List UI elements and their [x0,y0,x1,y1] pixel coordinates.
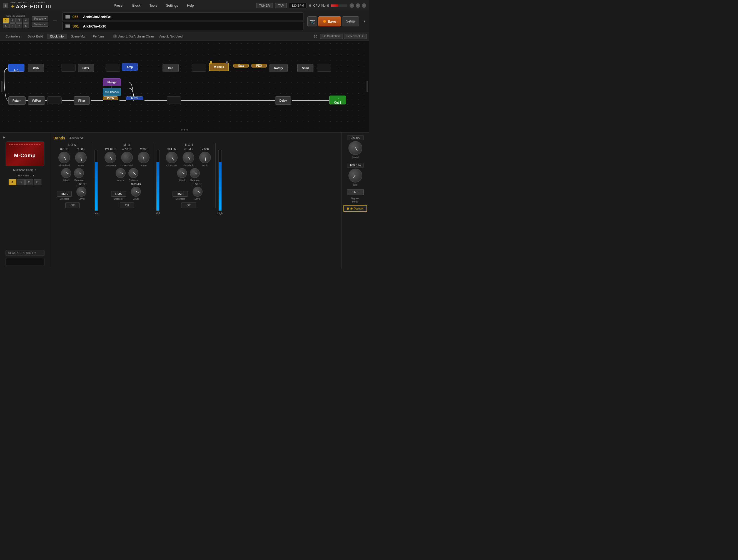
block-library-input[interactable] [6,258,44,266]
block-mcomp[interactable]: I M-Comp 0 [209,63,229,71]
right-level-knob[interactable] [348,141,362,155]
menu-block[interactable]: Block [130,2,142,9]
high-crossover-knob[interactable] [166,152,177,163]
block-gate[interactable]: Gate [234,64,249,67]
mid-attack-knob[interactable] [115,168,125,178]
menu-tools[interactable]: Tools [147,2,159,9]
scene-btn-6[interactable]: 6 [9,23,16,28]
scene-btn-3[interactable]: 3 [16,18,22,23]
high-ratio-label: Ratio [202,164,208,167]
presets-dropdown[interactable]: Presets ▾ [32,16,48,21]
channel-a-btn[interactable]: A [9,179,16,185]
menu-settings[interactable]: Settings [164,2,179,9]
low-release-knob[interactable] [74,168,84,178]
mid-vu-bar [156,150,159,211]
menu-help[interactable]: Help [185,2,196,9]
preset-row-scene[interactable]: S01 ArchCln-4x10 [62,22,304,30]
tuner-button[interactable]: TUNER [256,3,273,8]
signal-lines [0,41,369,132]
low-release-label: Release [74,179,84,182]
block-return[interactable]: Return [8,96,26,105]
tab-scenemgr[interactable]: Scene Mgr [67,34,89,39]
channel-b-btn[interactable]: B [17,179,25,185]
scene-btn-8[interactable]: 8 [23,23,29,28]
block-flange[interactable]: Flange [103,78,121,86]
camera-button[interactable]: 📷 [307,16,317,26]
block-cab[interactable]: Cab [162,64,179,72]
pause-button[interactable]: ⏸ [3,3,8,8]
mid-level-knob[interactable] [131,187,141,197]
menu-preset[interactable]: Preset [112,2,125,9]
high-level-knob[interactable] [193,187,203,197]
bands-row: LOW 0.0 dB Threshold 2.000 Ratio [53,143,338,215]
low-attack-knob[interactable] [61,168,71,178]
block-mixer[interactable]: Mixer [126,96,143,100]
mid-off-btn[interactable]: Off [120,202,134,208]
thru-button[interactable]: Thru [347,189,364,195]
fc-controllers-btn[interactable]: FC Controllers [320,34,343,39]
block-in1[interactable]: → In 1 [8,64,24,72]
high-attack-knob[interactable] [177,168,187,178]
mid-level-label: Level [133,197,139,200]
scene-btn-2[interactable]: 2 [9,18,16,23]
tap-button[interactable]: TAP [275,3,287,8]
high-detector-btn[interactable]: RMS [172,191,188,197]
high-release-knob[interactable] [190,168,200,178]
block-rotary[interactable]: Rotary [270,64,288,72]
block-filter-1[interactable]: Filter [78,64,94,72]
close-button[interactable]: ✕ [362,3,366,8]
block-wah[interactable]: Wah [28,64,44,72]
high-off-btn[interactable]: Off [181,202,196,208]
tab-controllers[interactable]: Controllers [2,34,24,39]
channel-dropdown[interactable]: ▾ [33,174,34,177]
channel-d-btn[interactable]: D [34,179,41,185]
mid-threshold-knob[interactable] [121,152,133,163]
mid-crossover-knob[interactable] [104,152,116,163]
scene-btn-5[interactable]: 5 [3,23,9,28]
scenes-dropdown[interactable]: Scenes ▾ [32,22,48,27]
low-threshold-knob[interactable] [58,152,70,163]
block-delay[interactable]: Delay [275,96,291,105]
advanced-button[interactable]: Advanced [69,136,83,140]
block-pitch[interactable]: Pitch [103,96,118,100]
low-detector-btn[interactable]: RMS [57,191,72,197]
block-filter-2[interactable]: Filter [74,96,90,105]
sidebar-collapse-arrow[interactable]: ▶ [3,135,5,139]
mid-detector-btn[interactable]: RMS [111,191,126,197]
block-amp[interactable]: Amp [122,63,138,71]
low-off-btn[interactable]: Off [65,202,80,208]
scene-btn-1[interactable]: 1 [3,18,9,23]
tab-perform[interactable]: Perform [89,34,107,39]
bypass-button[interactable]: ◉ Bypass [343,205,367,212]
high-threshold-knob[interactable] [182,152,194,163]
block-out1[interactable]: → Out 1 [329,95,346,104]
tab-blockinfo[interactable]: Block Info [47,34,67,39]
tab-quickbuild[interactable]: Quick Build [24,34,46,39]
preset-icon[interactable] [53,21,57,22]
channel-section: CHANNEL ▾ [16,174,34,177]
high-threshold-label: Threshold [183,164,194,167]
low-level-knob[interactable] [76,187,86,197]
preset-row-main[interactable]: 056 ArchCln/ArchBrt [62,12,304,21]
per-preset-fc-btn[interactable]: Per-Preset FC [344,34,367,39]
mid-ratio-knob[interactable] [138,152,149,163]
setup-button[interactable]: Setup [342,16,359,26]
scene-btn-7[interactable]: 7 [16,23,22,28]
right-mix-val: 100.0 % [347,163,364,168]
block-chorus[interactable]: ≈≈≈ Chorus [103,88,121,96]
low-mid-row: Attack Release [61,168,84,182]
minimize-button[interactable]: ─ [350,3,354,8]
right-mix-knob[interactable] [348,169,362,182]
mid-release-knob[interactable] [128,168,138,178]
block-peq[interactable]: PEQ [252,64,267,67]
scene-btn-4[interactable]: 4 [23,18,29,23]
block-library-button[interactable]: BLOCK LIBRARY ▾ [6,250,44,256]
high-ratio-knob[interactable] [199,152,211,163]
maximize-button[interactable]: + [356,3,360,8]
preset-arrow[interactable]: ▼ [363,19,366,23]
channel-c-btn[interactable]: C [25,179,33,185]
low-ratio-knob[interactable] [75,152,87,163]
save-button[interactable]: Save [318,16,341,26]
block-volpan[interactable]: VolPan [28,96,45,105]
block-send[interactable]: Send [297,64,313,72]
